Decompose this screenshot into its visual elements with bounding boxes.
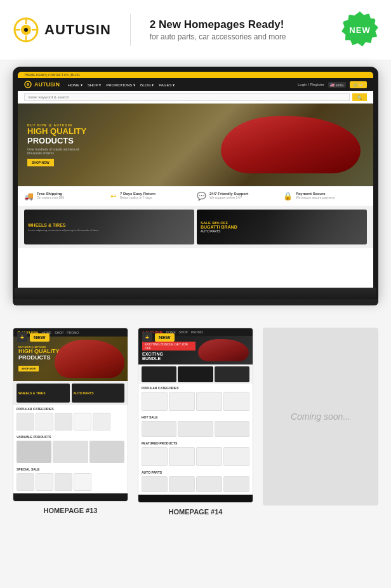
hp13-sale-1 [17,473,34,491]
logo-icon [13,17,39,43]
logo-area: AUTUSIN [13,17,111,43]
feature-return-text: 7 Days Easy Return Return policy in 7 da… [120,192,156,199]
hp14-product-4 [223,392,249,411]
feature-support: 💬 24/7 Friendly Support We support onlin… [197,192,281,201]
hero-description: Over hundreds of brands and tens of thou… [27,147,84,155]
promo-bugatti-sub: AUTO PARTS [201,229,237,233]
site-topbar: THEME DEMO | CONTACT US | BLOG [18,72,373,78]
site-logo-wheel-icon [24,81,32,88]
hp14-auto-2 [169,476,195,492]
hp14-feat-2 [169,447,195,466]
promo-bugatti-title: BUGATTI BRAND [201,225,237,229]
hp14-product-3 [196,392,222,411]
return-icon: ↩ [110,192,117,201]
hp13-hero-title: HIGH QUALITY [18,349,60,355]
hp13-nav-links: HOME SHOP PROMO [42,331,124,335]
hp14-nav-links: HOME SHOP PROMO [166,330,249,334]
hp13-section-popular: POPULAR CATEGORIES [13,405,128,411]
hp13-hero-car [55,340,124,378]
hp13-banner-parts: AUTO PARTS [72,384,125,403]
hp13-sale-4 [74,473,91,491]
hp13-sale-3 [55,473,72,491]
hp13-product-1 [17,413,34,431]
hp14-hero-left: EXCITING BUNDLE GET 20% OFF EXCITINGBUND… [142,340,196,361]
promo-banner-wheels: WHEELS & TIRES Lorem adipiscing consecte… [24,210,194,244]
hero-title-yellow: HIGH QUALITY [27,127,86,136]
hp13-hero-subtitle: PRODUCTS [18,354,60,361]
hp13-new-label: NEW [30,333,50,342]
hp14-section-featured: FEATURED PRODUCTS [138,439,253,446]
hp13-section-sale: SPECIAL SALE [13,465,128,472]
svg-point-9 [27,84,29,85]
tagline-sub: for auto parts, car accessories and more [150,32,329,41]
hp13-popular-products [13,411,128,433]
promo-wheels-text: WHEELS & TIRES Lorem adipiscing consecte… [28,223,98,232]
hp14-nav-promo: PROMO [191,330,203,334]
hero-car-image [221,116,361,173]
hp14-auto-4 [223,476,249,492]
site-nav-right: Login / Register 🇺🇸 ENG 🛒 $0 [298,81,367,88]
hp13-slide-2 [53,441,88,463]
support-icon: 💬 [197,192,206,201]
homepage-13-thumb[interactable]: + NEW ⚙ AUTUSIN HOME SHOP PROMO BUY NOW … [13,328,128,502]
hp14-banner-2 [178,366,213,382]
nav-login: Login / Register [298,83,324,86]
hp14-new-label: NEW [155,333,175,342]
homepage-14-thumb[interactable]: + NEW ● AUTUSIN HOME SHOP PROMO EXCITING… [138,328,253,503]
hp13-shop-btn[interactable]: SHOP NOW [18,366,39,371]
hp14-hot-1 [142,421,176,437]
hp13-product-3 [55,413,72,431]
search-input[interactable] [24,93,350,101]
promo-bugatti-image [265,210,367,244]
hp13-banner-wheels-text: WHEELS & TIRES [18,391,46,395]
hp13-footer [13,493,128,501]
hp14-hero-car [198,339,249,361]
feature-shipping-text: Free Shipping On orders over $99 [37,192,64,199]
hp13-label: HOMEPAGE #13 [44,507,98,514]
nav-link-shop[interactable]: SHOP ▾ [88,83,102,87]
hp13-product-4 [74,413,91,431]
nav-link-blog[interactable]: BLOG ▾ [140,83,154,87]
hp14-hero-badge: EXCITING BUNDLE GET 20% OFF [142,342,196,351]
laptop-section: THEME DEMO | CONTACT US | BLOG AUTUSIN H… [0,60,391,315]
svg-point-2 [24,28,28,32]
site-nav-logo-text: AUTUSIN [34,81,60,88]
hp13-slide-3 [89,441,124,463]
search-row: 🔍 [18,91,373,104]
hp14-label: HOMEPAGE #14 [169,508,223,516]
hp13-banner-parts-text: AUTO PARTS [74,391,94,395]
hp13-hero: BUY NOW @ AUTUSIN HIGH QUALITY PRODUCTS … [13,337,128,381]
hp13-hero-text: BUY NOW @ AUTUSIN HIGH QUALITY PRODUCTS … [18,345,60,373]
promo-wheels-desc: Lorem adipiscing consectetur adipiscing … [28,229,98,232]
tagline-main: 2 New Homepages Ready! [150,18,329,31]
nav-cart[interactable]: 🛒 $0 [350,81,367,88]
homepage-14-item: + NEW ● AUTUSIN HOME SHOP PROMO EXCITING… [138,328,253,516]
feature-return: ↩ 7 Days Easy Return Return policy in 7 … [110,192,194,201]
nav-link-home[interactable]: HOME ▾ [68,83,83,87]
hp14-product-2 [169,392,195,411]
hp13-sale-2 [36,473,53,491]
hp14-popular-products [138,391,253,413]
feature-payment: 🔒 Payment Secure We ensure secure paymen… [283,192,367,201]
nav-link-promotions[interactable]: PROMOTIONS ▾ [106,83,135,87]
hp14-section-autoparts: AUTO PARTS [138,469,253,475]
nav-language[interactable]: 🇺🇸 ENG [328,82,346,88]
hero-shop-now-button[interactable]: SHOP NOW [27,159,54,166]
hp13-slide-1 [17,441,51,463]
site-nav-links: HOME ▾ SHOP ▾ PROMOTIONS ▾ BLOG ▾ PAGES … [68,83,293,87]
hp13-product-5 [93,413,110,431]
hp13-nav-promo: PROMO [67,331,79,335]
hp13-banners: WHEELS & TIRES AUTO PARTS [13,381,128,405]
hero-content: BUY NOW @ AUTUSIN HIGH QUALITY PRODUCTS … [18,117,96,173]
nav-link-pages[interactable]: PAGES ▾ [159,83,175,87]
page-header: AUTUSIN 2 New Homepages Ready! for auto … [0,0,391,60]
feature-desc-4: We ensure secure payment [296,196,335,199]
search-button[interactable]: 🔍 [352,93,367,101]
hp13-plus-icon: + [17,332,27,342]
hp14-section-popular: POPULAR CATEGORIES [138,384,253,391]
hp14-banner-3 [215,366,249,382]
hp14-hot-products [138,420,253,439]
feature-desc-1: On orders over $99 [37,196,64,199]
promo-banners: WHEELS & TIRES Lorem adipiscing consecte… [18,206,373,248]
hp14-badge: + NEW [142,332,175,342]
